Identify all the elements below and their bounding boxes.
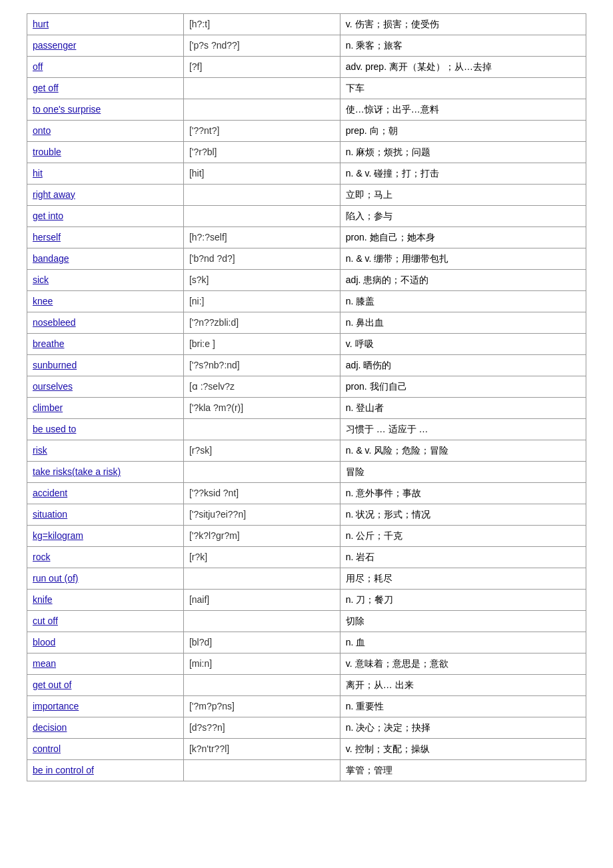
definition-cell: n. & v. 绷带；用绷带包扎 (340, 248, 586, 270)
phonetic-cell: [bl?d] (183, 632, 340, 653)
definition-cell: n. 岩石 (340, 547, 586, 568)
definition-cell: prep. 向；朝 (340, 121, 586, 142)
table-row: be in control of掌管；管理 (27, 760, 586, 781)
table-row: sunburned['?s?nb?:nd]adj. 晒伤的 (27, 355, 586, 376)
definition-cell: 陷入；参与 (340, 206, 586, 227)
definition-cell: n. 膝盖 (340, 291, 586, 312)
table-row: knife[naif]n. 刀；餐刀 (27, 590, 586, 611)
definition-cell: n. 状况；形式；情况 (340, 504, 586, 526)
definition-cell: adj. 晒伤的 (340, 355, 586, 376)
table-row: cut off切除 (27, 611, 586, 632)
phonetic-cell (183, 462, 340, 483)
table-row: get into陷入；参与 (27, 206, 586, 227)
word-cell: importance (27, 696, 184, 717)
definition-cell: 习惯于 … 适应于 … (340, 419, 586, 440)
phonetic-cell: ['?m?p?ns] (183, 696, 340, 717)
phonetic-cell: [hit] (183, 163, 340, 185)
phonetic-cell: ['?r?bl] (183, 142, 340, 163)
definition-cell: adj. 患病的；不适的 (340, 270, 586, 291)
definition-cell: n. & v. 风险；危险；冒险 (340, 440, 586, 462)
table-row: kg=kilogram['?k?l?gr?m]n. 公斤；千克 (27, 526, 586, 547)
phonetic-cell (183, 675, 340, 696)
definition-cell: 离开；从… 出来 (340, 675, 586, 696)
table-row: passenger['p?s ?nd??]n. 乘客；旅客 (27, 35, 586, 57)
table-row: ourselves[ɑ :?selv?zpron. 我们自己 (27, 376, 586, 398)
phonetic-cell: ['?n??zbli:d] (183, 312, 340, 334)
table-row: off[?f]adv. prep. 离开（某处）；从…去掉 (27, 57, 586, 78)
table-row: accident['??ksid ?nt]n. 意外事件；事故 (27, 483, 586, 504)
definition-cell: 冒险 (340, 462, 586, 483)
table-row: herself[h?:?self]pron. 她自己；她本身 (27, 227, 586, 248)
definition-cell: n. 乘客；旅客 (340, 35, 586, 57)
vocabulary-table: hurt[h?:t]v. 伤害；损害；使受伤passenger['p?s ?nd… (27, 13, 586, 781)
table-row: mean[mi:n]v. 意味着；意思是；意欲 (27, 653, 586, 675)
word-cell: bandage (27, 248, 184, 270)
word-cell: mean (27, 653, 184, 675)
definition-cell: n. 鼻出血 (340, 312, 586, 334)
table-row: hurt[h?:t]v. 伤害；损害；使受伤 (27, 14, 586, 35)
phonetic-cell: ['??nt?] (183, 121, 340, 142)
phonetic-cell: ['b?nd ?d?] (183, 248, 340, 270)
word-cell: run out (of) (27, 568, 184, 590)
definition-cell: n. 血 (340, 632, 586, 653)
phonetic-cell: ['p?s ?nd??] (183, 35, 340, 57)
phonetic-cell (183, 611, 340, 632)
definition-cell: 用尽；耗尽 (340, 568, 586, 590)
table-row: onto['??nt?]prep. 向；朝 (27, 121, 586, 142)
word-cell: get out of (27, 675, 184, 696)
word-cell: risk (27, 440, 184, 462)
word-cell: be used to (27, 419, 184, 440)
word-cell: accident (27, 483, 184, 504)
phonetic-cell: ['?kla ?m?(r)] (183, 398, 340, 419)
table-row: hit[hit]n. & v. 碰撞；打；打击 (27, 163, 586, 185)
word-cell: to one's surprise (27, 99, 184, 121)
phonetic-cell: [s?k] (183, 270, 340, 291)
definition-cell: 下车 (340, 78, 586, 99)
word-cell: blood (27, 632, 184, 653)
phonetic-cell: ['?s?nb?:nd] (183, 355, 340, 376)
word-cell: situation (27, 504, 184, 526)
word-cell: control (27, 739, 184, 760)
table-row: breathe[bri:e ]v. 呼吸 (27, 334, 586, 355)
table-row: control[k?n'tr??l]v. 控制；支配；操纵 (27, 739, 586, 760)
phonetic-cell: [?f] (183, 57, 340, 78)
phonetic-cell (183, 99, 340, 121)
phonetic-cell: [k?n'tr??l] (183, 739, 340, 760)
phonetic-cell (183, 185, 340, 206)
phonetic-cell (183, 206, 340, 227)
word-cell: hit (27, 163, 184, 185)
phonetic-cell: ['??ksid ?nt] (183, 483, 340, 504)
definition-cell: n. 重要性 (340, 696, 586, 717)
word-cell: get into (27, 206, 184, 227)
word-cell: decision (27, 717, 184, 739)
word-cell: right away (27, 185, 184, 206)
phonetic-cell: [ɑ :?selv?z (183, 376, 340, 398)
table-row: run out (of)用尽；耗尽 (27, 568, 586, 590)
word-cell: breathe (27, 334, 184, 355)
table-row: right away立即；马上 (27, 185, 586, 206)
table-row: knee[ni:]n. 膝盖 (27, 291, 586, 312)
definition-cell: n. 麻烦；烦扰；问题 (340, 142, 586, 163)
phonetic-cell (183, 760, 340, 781)
phonetic-cell: [ni:] (183, 291, 340, 312)
table-row: risk[r?sk]n. & v. 风险；危险；冒险 (27, 440, 586, 462)
phonetic-cell: [r?sk] (183, 440, 340, 462)
definition-cell: 切除 (340, 611, 586, 632)
table-row: importance['?m?p?ns]n. 重要性 (27, 696, 586, 717)
definition-cell: n. 刀；餐刀 (340, 590, 586, 611)
word-cell: be in control of (27, 760, 184, 781)
word-cell: trouble (27, 142, 184, 163)
definition-cell: 使…惊讶；出乎…意料 (340, 99, 586, 121)
table-row: decision[d?s??n]n. 决心；决定；抉择 (27, 717, 586, 739)
table-row: get off下车 (27, 78, 586, 99)
definition-cell: pron. 她自己；她本身 (340, 227, 586, 248)
word-cell: herself (27, 227, 184, 248)
definition-cell: v. 控制；支配；操纵 (340, 739, 586, 760)
phonetic-cell (183, 419, 340, 440)
table-row: situation['?sitju?ei??n]n. 状况；形式；情况 (27, 504, 586, 526)
definition-cell: n. 登山者 (340, 398, 586, 419)
word-cell: rock (27, 547, 184, 568)
definition-cell: v. 伤害；损害；使受伤 (340, 14, 586, 35)
phonetic-cell: [h?:?self] (183, 227, 340, 248)
word-cell: ourselves (27, 376, 184, 398)
